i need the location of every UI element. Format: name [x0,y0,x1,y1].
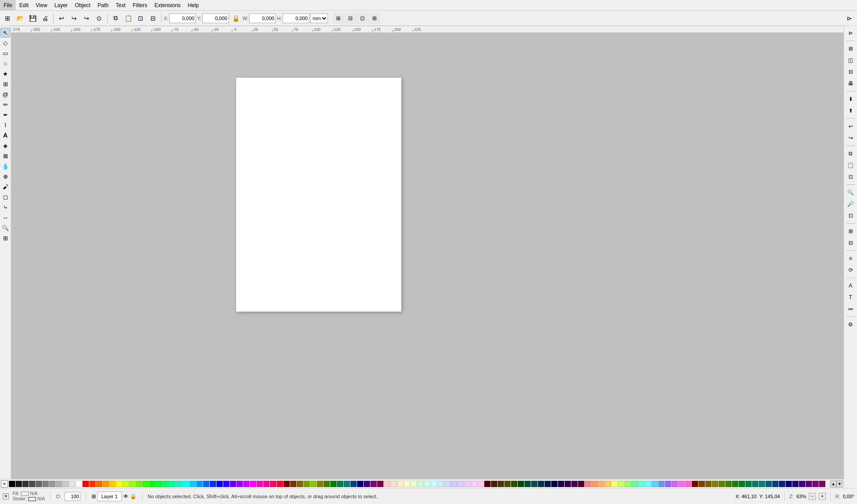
color-swatch-52[interactable] [357,481,363,487]
color-swatch-67[interactable] [458,481,464,487]
color-swatch-13[interactable] [96,481,102,487]
color-swatch-65[interactable] [444,481,450,487]
color-swatch-47[interactable] [324,481,330,487]
paste-in-place[interactable]: ⊡ [135,12,146,24]
color-swatch-20[interactable] [143,481,149,487]
color-swatch-2[interactable] [22,481,29,487]
color-swatch-91[interactable] [618,481,624,487]
snap-btn1[interactable]: ⊞ [333,12,344,24]
color-swatch-92[interactable] [625,481,631,487]
color-swatch-81[interactable] [551,481,557,487]
rect-tool-btn[interactable]: ▭ [0,48,10,58]
history-button[interactable]: ⊙ [93,12,105,24]
open-button[interactable]: 📂 [14,12,26,24]
color-swatch-117[interactable] [792,481,799,487]
mesh-tool-btn[interactable]: ⊠ [0,151,10,161]
3d-tool-btn[interactable]: ⊞ [0,79,10,89]
color-swatch-112[interactable] [759,481,765,487]
color-swatch-17[interactable] [123,481,129,487]
align-r-btn[interactable]: ≡ [845,253,856,264]
paste-button[interactable]: 📋 [122,12,134,24]
color-swatch-18[interactable] [129,481,136,487]
color-swatch-26[interactable] [183,481,189,487]
zoom-out-btn[interactable]: − [809,493,816,500]
color-swatch-33[interactable] [230,481,236,487]
palette-scroll-down[interactable]: ▼ [836,480,843,487]
baseline-r-btn[interactable]: ≔ [845,304,856,314]
none-color-btn[interactable]: ✕ [1,480,8,487]
import-btn[interactable]: ⬇ [845,94,856,104]
redo-r-btn[interactable]: ↪ [845,133,856,143]
color-swatch-44[interactable] [304,481,310,487]
node-tool-btn[interactable]: ◇ [0,38,10,48]
color-swatch-103[interactable] [699,481,705,487]
settings-r-btn[interactable]: ⚙ [845,319,856,330]
color-swatch-77[interactable] [524,481,531,487]
pencil-tool-btn[interactable]: ✏ [0,100,10,109]
color-swatch-31[interactable] [216,481,223,487]
color-swatch-121[interactable] [819,481,825,487]
color-swatch-51[interactable] [350,481,357,487]
color-swatch-106[interactable] [719,481,725,487]
menu-text[interactable]: Text [112,0,129,11]
color-swatch-61[interactable] [417,481,424,487]
star-tool-btn[interactable]: ★ [0,69,10,79]
spray-tool-btn[interactable]: ⊕ [0,171,10,181]
color-swatch-74[interactable] [504,481,511,487]
layer-button[interactable]: Layer 1 [97,492,122,501]
color-swatch-34[interactable] [237,481,243,487]
color-swatch-27[interactable] [190,481,196,487]
color-swatch-110[interactable] [745,481,752,487]
color-swatch-23[interactable] [163,481,169,487]
color-swatch-62[interactable] [424,481,430,487]
color-swatch-80[interactable] [545,481,551,487]
canvas-area[interactable] [11,33,844,488]
color-swatch-64[interactable] [437,481,444,487]
zoom-in-r-btn[interactable]: 🔍 [845,187,856,198]
color-swatch-89[interactable] [605,481,611,487]
zoom-in-btn[interactable]: + [819,493,826,500]
tool-controls-toggle[interactable]: ⊳ [845,28,856,38]
color-swatch-104[interactable] [705,481,711,487]
color-swatch-68[interactable] [464,481,470,487]
color-swatch-93[interactable] [632,481,638,487]
color-swatch-86[interactable] [585,481,591,487]
gradient-tool-btn[interactable]: ◈ [0,141,10,150]
color-swatch-84[interactable] [571,481,578,487]
dropper-tool-btn[interactable]: 💧 [0,161,10,171]
color-swatch-59[interactable] [404,481,410,487]
color-swatch-111[interactable] [752,481,758,487]
zoom-out-r-btn[interactable]: 🔎 [845,199,856,209]
zoom-fit-r-btn[interactable]: ⊡ [845,210,856,221]
ungroup-r-btn[interactable]: ⊟ [845,237,856,248]
color-swatch-40[interactable] [277,481,283,487]
w-input[interactable] [249,13,276,23]
menu-file[interactable]: File [0,0,16,11]
color-swatch-70[interactable] [478,481,484,487]
menu-object[interactable]: Object [71,0,94,11]
fill-stroke-btn[interactable]: ⊟ [845,67,856,77]
pages-tool-btn[interactable]: ⊞ [0,233,10,243]
color-swatch-95[interactable] [645,481,651,487]
callig-tool-btn[interactable]: ⌇ [0,120,10,130]
fill-swatch[interactable] [21,492,29,496]
color-swatch-6[interactable] [49,481,55,487]
color-swatch-30[interactable] [210,481,216,487]
transform-r-btn[interactable]: ⟳ [845,265,856,275]
color-swatch-37[interactable] [257,481,263,487]
color-swatch-16[interactable] [116,481,122,487]
color-swatch-79[interactable] [538,481,544,487]
paste-size[interactable]: ⊟ [147,12,159,24]
font-r-btn[interactable]: T [845,292,856,303]
paste-place-r-btn[interactable]: ⊡ [845,171,856,182]
eraser-tool-btn[interactable]: ◻ [0,192,10,202]
color-swatch-96[interactable] [652,481,658,487]
menu-filters[interactable]: Filters [129,0,151,11]
menu-layer[interactable]: Layer [51,0,71,11]
color-swatch-113[interactable] [765,481,772,487]
color-swatch-0[interactable] [9,481,15,487]
color-swatch-76[interactable] [518,481,524,487]
color-swatch-85[interactable] [578,481,584,487]
color-swatch-29[interactable] [203,481,209,487]
color-swatch-116[interactable] [786,481,792,487]
